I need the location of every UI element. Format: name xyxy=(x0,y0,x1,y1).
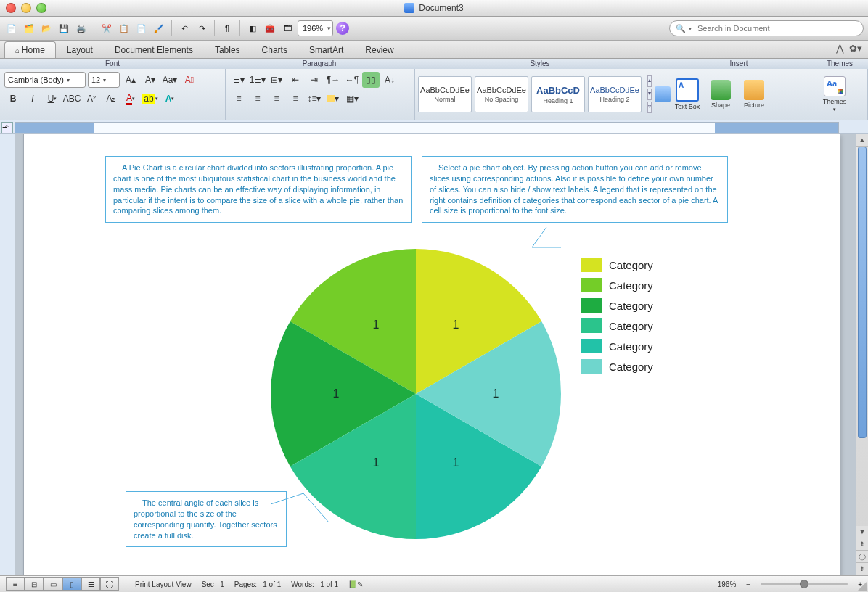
tab-smartart[interactable]: SmartArt xyxy=(298,41,354,58)
shrink-font-icon[interactable]: A▾ xyxy=(142,72,159,88)
new-doc-icon[interactable]: 📄 xyxy=(4,21,19,36)
callout-top-right[interactable]: Select a pie chart object. By pressing a… xyxy=(422,156,728,223)
resize-grip-icon[interactable] xyxy=(858,582,867,591)
numbering-button[interactable]: 1≣▾ xyxy=(249,72,266,88)
strikethrough-button[interactable]: ABC xyxy=(63,91,81,107)
scroll-down-icon[interactable]: ▼ xyxy=(856,526,868,538)
search-field[interactable]: ▾ xyxy=(669,20,864,36)
pie-chart[interactable]: 111111 xyxy=(271,249,561,540)
copy-icon[interactable]: 📋 xyxy=(117,21,131,36)
align-right-button[interactable]: ≡ xyxy=(268,91,285,107)
open-icon[interactable]: 📂 xyxy=(39,21,54,36)
rtl-button[interactable]: ←¶ xyxy=(343,72,361,88)
callout-top-left[interactable]: A Pie Chart is a circular chart divided … xyxy=(105,156,412,223)
show-formatting-icon[interactable]: ¶ xyxy=(220,21,234,36)
sidebar-icon[interactable]: ◧ xyxy=(245,21,260,36)
tab-tables[interactable]: Tables xyxy=(204,41,251,58)
text-effects-button[interactable]: A▾ xyxy=(161,91,179,107)
ltr-button[interactable]: ¶→ xyxy=(324,72,342,88)
justify-button[interactable]: ≡ xyxy=(287,91,304,107)
styles-scroll-up-icon[interactable]: ▴ xyxy=(647,75,652,87)
borders-button[interactable]: ▦▾ xyxy=(343,91,361,107)
minimize-icon[interactable] xyxy=(21,3,31,13)
change-case-icon[interactable]: Aa▾ xyxy=(161,72,179,88)
tab-home[interactable]: ⌂ Home xyxy=(4,41,56,58)
browse-object-icon[interactable]: ◯ xyxy=(856,551,868,563)
shading-button[interactable]: ▾ xyxy=(324,91,342,107)
prev-page-icon[interactable]: ⇞ xyxy=(856,538,868,551)
styles-gallery[interactable]: AaBbCcDdEeNormalAaBbCcDdEeNo SpacingAaBb… xyxy=(417,74,643,115)
view-fullscreen-icon[interactable]: ⛶ xyxy=(100,577,119,591)
style-item[interactable]: AaBbCcDdEeHeading 2 xyxy=(588,76,642,112)
undo-icon[interactable]: ↶ xyxy=(177,21,192,36)
search-input[interactable] xyxy=(696,23,857,33)
close-icon[interactable] xyxy=(6,3,16,13)
highlight-button[interactable]: ab▾ xyxy=(142,91,159,107)
view-notebook-icon[interactable]: ☰ xyxy=(81,577,100,591)
insert-shape-button[interactable]: Shape xyxy=(705,76,737,112)
grow-font-icon[interactable]: A▴ xyxy=(122,72,139,88)
subscript-button[interactable]: A₂ xyxy=(102,91,120,107)
page-scroll[interactable]: A Pie Chart is a circular chart divided … xyxy=(15,134,856,575)
view-print-layout-icon[interactable]: ▯ xyxy=(62,577,81,591)
spellcheck-icon[interactable]: 📗✎ xyxy=(348,580,363,588)
redo-icon[interactable]: ↷ xyxy=(195,21,209,36)
tab-review[interactable]: Review xyxy=(354,41,404,58)
ribbon-options-icon[interactable]: ⋀ ✿▾ xyxy=(836,43,862,54)
zoom-out-icon[interactable]: − xyxy=(746,580,750,588)
toolbox-icon[interactable]: 🧰 xyxy=(263,21,277,36)
tab-charts[interactable]: Charts xyxy=(251,41,298,58)
styles-scroll[interactable]: ▴ ▾ ▿ xyxy=(647,75,652,113)
help-icon[interactable]: ? xyxy=(336,22,349,35)
styles-scroll-down-icon[interactable]: ▾ xyxy=(647,89,652,100)
paste-icon[interactable]: 📄 xyxy=(134,21,149,36)
tab-layout[interactable]: Layout xyxy=(56,41,104,58)
zoom-window-icon[interactable] xyxy=(36,3,46,13)
next-page-icon[interactable]: ⇟ xyxy=(856,563,868,575)
new-template-icon[interactable]: 🗂️ xyxy=(22,21,36,36)
format-painter-icon[interactable]: 🖌️ xyxy=(152,21,166,36)
status-zoom-value[interactable]: 196% xyxy=(718,580,737,588)
gallery-icon[interactable]: 🗔 xyxy=(280,21,295,36)
scroll-up-icon[interactable]: ▲ xyxy=(856,134,868,147)
superscript-button[interactable]: A² xyxy=(83,91,100,107)
save-icon[interactable]: 💾 xyxy=(57,21,71,36)
tab-selector-icon[interactable]: ⬏ xyxy=(1,122,13,133)
line-spacing-button[interactable]: ↕≡▾ xyxy=(306,91,323,107)
font-size-combo[interactable]: 12 xyxy=(88,72,120,88)
styles-expand-icon[interactable]: ▿ xyxy=(647,102,652,113)
decrease-indent-button[interactable]: ⇤ xyxy=(287,72,304,88)
style-item[interactable]: AaBbCcDdEeNo Spacing xyxy=(475,76,528,112)
view-outline-icon[interactable]: ⊟ xyxy=(25,577,44,591)
vertical-ruler[interactable] xyxy=(0,134,15,575)
underline-button[interactable]: U▾ xyxy=(44,91,61,107)
horizontal-ruler[interactable]: ⬏ xyxy=(0,120,868,134)
insert-picture-button[interactable]: Picture xyxy=(738,76,770,112)
tab-document-elements[interactable]: Document Elements xyxy=(104,41,204,58)
bold-button[interactable]: B xyxy=(4,91,22,107)
view-publishing-icon[interactable]: ▭ xyxy=(44,577,62,591)
font-name-combo[interactable]: Cambria (Body) xyxy=(4,72,86,88)
scrollbar-thumb[interactable] xyxy=(858,147,867,438)
themes-button[interactable]: AaThemes▾ xyxy=(819,76,851,112)
align-left-button[interactable]: ≡ xyxy=(230,91,247,107)
view-draft-icon[interactable]: ≡ xyxy=(6,577,25,591)
print-icon[interactable]: 🖨️ xyxy=(74,21,89,36)
align-center-button[interactable]: ≡ xyxy=(249,91,266,107)
columns-button[interactable]: ▯▯ xyxy=(362,72,380,88)
callout-bottom-left[interactable]: The central angle of each slice is propo… xyxy=(126,491,287,547)
style-item[interactable]: AaBbCcDHeading 1 xyxy=(531,76,585,112)
increase-indent-button[interactable]: ⇥ xyxy=(306,72,323,88)
page[interactable]: A Pie Chart is a circular chart divided … xyxy=(24,134,840,575)
style-item[interactable]: AaBbCcDdEeNormal xyxy=(418,76,472,112)
cut-icon[interactable]: ✂️ xyxy=(99,21,114,36)
insert-textbox-button[interactable]: AText Box xyxy=(671,76,703,112)
vertical-scrollbar[interactable]: ▲ ▼ ⇞ ◯ ⇟ xyxy=(856,134,868,575)
zoom-slider[interactable] xyxy=(761,583,848,585)
bullets-button[interactable]: ≣▾ xyxy=(230,72,247,88)
font-color-button[interactable]: A▾ xyxy=(122,91,139,107)
italic-button[interactable]: I xyxy=(24,91,41,107)
zoom-combo[interactable]: 196% xyxy=(298,20,333,36)
clear-formatting-icon[interactable]: A⃠ xyxy=(181,72,198,88)
sort-button[interactable]: A↓ xyxy=(381,72,398,88)
